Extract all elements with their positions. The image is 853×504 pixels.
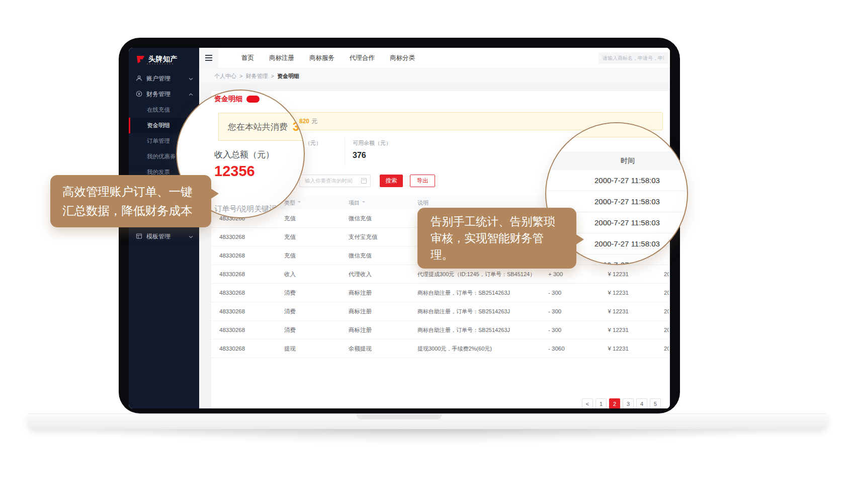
cell-balance: ¥ 12231 — [588, 308, 629, 314]
template-icon — [136, 233, 142, 241]
pagination-page-button[interactable]: 5 — [650, 398, 661, 408]
nav-item[interactable]: 商标分类 — [390, 54, 415, 62]
cell-project: 代理收入 — [349, 271, 417, 278]
cell-project: 微信充值 — [349, 252, 417, 260]
table-row: 48330268提现余额提现提现3000元，手续费2%(60元)- 3060¥ … — [211, 340, 669, 358]
search-button[interactable]: 搜索 — [380, 175, 403, 187]
nav-item[interactable]: 商标服务 — [309, 54, 334, 62]
trademark-search-input[interactable] — [599, 52, 668, 64]
breadcrumb-item[interactable]: 个人中心 — [214, 72, 236, 80]
date-range-input[interactable]: 输入你要查询的时间 — [299, 175, 371, 187]
sidebar-item-account[interactable]: 账户管理 — [129, 71, 199, 87]
user-icon — [136, 75, 142, 83]
finance-icon — [136, 91, 142, 99]
lens-banner: 您在本站共消费 32124 — [218, 113, 305, 141]
cell-project: 商标注册 — [349, 308, 417, 315]
sidebar-item-finance[interactable]: 财务管理 — [129, 87, 199, 102]
sort-caret-icon — [298, 201, 301, 204]
cell-time: 2000-7-27 11:58:03 — [664, 290, 669, 296]
sidebar-item-label: 财务管理 — [146, 90, 170, 99]
banner-amount-tail: 820元 — [299, 117, 317, 126]
topnav: 首页商标注册商标服务代理合作商标分类 — [199, 48, 670, 68]
cell-project: 支付宝充值 — [349, 233, 417, 241]
breadcrumb-separator: > — [271, 73, 274, 79]
cell-desc: 商标自助注册，订单号：SB2514263J — [417, 308, 548, 315]
nav-item[interactable]: 代理合作 — [350, 54, 375, 62]
banner-tail-number: 820 — [299, 118, 309, 125]
cell-time: 2000-7-27 11:58:03 — [664, 308, 669, 314]
cell-balance: ¥ 12231 — [588, 290, 629, 296]
tab-badge — [246, 96, 260, 103]
table-row: 48330268消费商标注册商标自助注册，订单号：SB2514263J- 300… — [211, 321, 669, 340]
callout-right: 告别手工统计、告别繁琐审核，实现智能财务管理。 — [417, 208, 576, 269]
callout-right-text: 告别手工统计、告别繁琐审核，实现智能财务管理。 — [431, 213, 563, 263]
cell-order: 48330268 — [219, 253, 284, 259]
cell-amount: - 300 — [548, 327, 588, 333]
header-desc: 说明 — [417, 199, 548, 207]
cell-type: 收入 — [284, 271, 349, 278]
breadcrumb: 个人中心>财务管理>资金明细 — [199, 68, 670, 83]
breadcrumb-item[interactable]: 财务管理 — [245, 72, 268, 80]
pagination: <12345 — [582, 398, 661, 408]
cell-order: 48330268 — [219, 327, 284, 333]
stat-expense-label: （元） — [305, 139, 321, 147]
brand-logo[interactable]: 头牌知产 — [129, 48, 199, 71]
sidebar-item-label: 模板管理 — [146, 232, 170, 241]
topnav-items: 首页商标注册商标服务代理合作商标分类 — [218, 54, 415, 62]
lens-time-header: 时间 — [546, 151, 687, 170]
header-type[interactable]: 类型 — [284, 199, 349, 207]
cell-desc: 商标自助注册，订单号：SB2514263J — [417, 289, 548, 297]
stat-balance: 可用余额（元） 376 — [345, 137, 391, 166]
chevron-down-icon — [189, 235, 193, 238]
pagination-page-button[interactable]: 4 — [636, 398, 647, 408]
cell-desc: 提现3000元，手续费2%(60元) — [417, 345, 548, 353]
callout-left: 高效管理账户订单、一键汇总数据，降低财务成本 — [50, 175, 211, 227]
sidebar-item-label: 账户管理 — [146, 74, 170, 83]
cell-type: 消费 — [284, 326, 349, 334]
cell-order: 48330268 — [219, 308, 284, 314]
table-row: 48330268消费商标注册商标自助注册，订单号：SB2514263J- 300… — [211, 284, 669, 302]
cell-project: 余额提现 — [349, 345, 417, 353]
cell-type: 消费 — [284, 308, 349, 315]
callout-left-text: 高效管理账户订单、一键汇总数据，降低财务成本 — [62, 182, 199, 220]
lens-banner-prefix: 您在本站共消费 — [228, 121, 288, 133]
cell-type: 充值 — [284, 252, 349, 260]
cell-type: 充值 — [284, 215, 349, 222]
cell-time: 2000-7-27 11:58:03 — [664, 327, 669, 333]
pagination-page-button[interactable]: 2 — [609, 398, 620, 408]
cell-balance: ¥ 12231 — [588, 327, 629, 333]
cell-amount: - 3060 — [548, 346, 588, 352]
stat-balance-label: 可用余额（元） — [353, 139, 391, 147]
cell-desc: 代理提成300元（ID:1245，订单号：SB45124） — [417, 271, 548, 278]
nav-item[interactable]: 商标注册 — [269, 54, 294, 62]
cell-time: 2000-7-27 11:58:03 — [664, 271, 669, 277]
banner-tail-unit: 元 — [311, 118, 317, 125]
cell-amount: - 300 — [548, 290, 588, 296]
breadcrumb-item: 资金明细 — [277, 72, 299, 80]
sidebar-item-template[interactable]: 模板管理 — [129, 229, 199, 244]
nav-item[interactable]: 首页 — [241, 54, 254, 62]
tab-funds-detail[interactable]: 资金明细 — [214, 95, 242, 104]
pagination-page-button[interactable]: 3 — [623, 398, 634, 408]
cell-balance: ¥ 12231 — [588, 271, 629, 277]
cell-type: 消费 — [284, 289, 349, 297]
cell-order: 48330268 — [219, 271, 284, 277]
lens-income-value: 12356 — [214, 163, 255, 180]
export-button[interactable]: 导出 — [410, 175, 435, 187]
cell-amount: + 300 — [548, 271, 588, 277]
sort-caret-icon — [362, 201, 365, 204]
cell-desc: 商标自助注册，订单号：SB2514263J — [417, 326, 548, 334]
cell-type: 充值 — [284, 233, 349, 241]
lens-income-label: 收入总额（元） — [214, 149, 274, 160]
lens-tabbar: 资金明细 — [214, 95, 260, 104]
lens-time-header-label: 时间 — [621, 156, 635, 165]
header-project[interactable]: 项目 — [349, 199, 417, 207]
cell-order: 48330268 — [219, 234, 284, 240]
pagination-page-button[interactable]: 1 — [595, 398, 607, 408]
sidebar: 头牌知产 账户管理财务管理在线充值资金明细订单管理我的优惠券我的发票模板管理 — [129, 48, 199, 408]
cell-order: 48330268 — [219, 290, 284, 296]
pagination-prev-button[interactable]: < — [582, 398, 593, 408]
menu-icon[interactable] — [199, 48, 218, 68]
calendar-icon — [361, 178, 367, 184]
chevron-down-icon — [189, 77, 193, 80]
